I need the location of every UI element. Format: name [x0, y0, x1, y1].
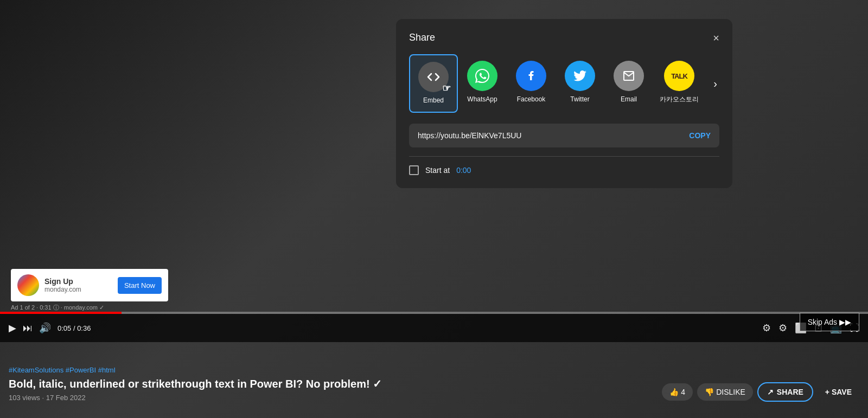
- settings-button[interactable]: ⚙: [778, 322, 787, 334]
- share-label: SHARE: [777, 388, 803, 396]
- share-item-whatsapp[interactable]: WhatsApp: [458, 54, 507, 111]
- share-url: https://youtu.be/ElNKVe7L5UU: [418, 131, 521, 140]
- ad-title: Sign Up: [44, 277, 112, 286]
- ad-footer: Ad 1 of 2 · 0:31 ⓘ · monday.com ✓: [11, 304, 104, 312]
- whatsapp-label: WhatsApp: [467, 95, 497, 104]
- share-button-bottom[interactable]: ↗ SHARE: [757, 382, 813, 402]
- like-button[interactable]: 👍 4: [662, 383, 693, 401]
- twitter-label: Twitter: [570, 95, 589, 104]
- share-icon: ↗: [767, 388, 774, 396]
- separator: ·: [42, 394, 46, 402]
- share-item-email[interactable]: Email: [604, 54, 653, 111]
- share-items-row: ☞ Embed WhatsApp Facebook: [409, 54, 719, 113]
- share-item-talk[interactable]: TALK 카카오스토리: [653, 54, 705, 111]
- ad-text: Sign Up monday.com: [44, 277, 112, 293]
- ad-start-now-button[interactable]: Start Now: [118, 277, 162, 294]
- embed-label: Embed: [423, 97, 444, 105]
- start-at-time: 0:00: [456, 166, 471, 175]
- cursor-hand: ☞: [442, 82, 451, 94]
- subtitles-button[interactable]: ⚙: [762, 322, 771, 334]
- upload-date: 17 Feb 2022: [46, 394, 86, 402]
- email-icon: [614, 61, 644, 91]
- dislike-label: DISLIKE: [716, 388, 745, 396]
- ad-subtitle: monday.com: [44, 286, 112, 293]
- facebook-label: Facebook: [517, 95, 546, 104]
- time-display: 0:05 / 0:36: [58, 324, 91, 332]
- like-count: 4: [681, 388, 685, 396]
- view-count: 103 views: [9, 394, 40, 402]
- close-button[interactable]: ×: [713, 33, 719, 43]
- thumb-up-icon: 👍: [669, 388, 679, 396]
- share-item-facebook[interactable]: Facebook: [507, 54, 556, 111]
- skip-button[interactable]: ⏭: [23, 323, 33, 334]
- start-at-label: Start at: [425, 166, 450, 175]
- facebook-icon: [516, 61, 546, 91]
- video-tags: #KiteamSolutions #PowerBI #html: [9, 366, 859, 374]
- twitter-icon: [565, 61, 595, 91]
- start-at-checkbox[interactable]: [409, 165, 419, 175]
- share-title: Share: [409, 32, 435, 43]
- start-at-row: Start at 0:00: [409, 165, 719, 175]
- volume-button[interactable]: 🔊: [39, 322, 51, 334]
- url-divider: [409, 156, 719, 157]
- video-controls: ▶ ⏭ 🔊 0:05 / 0:36 ⚙ ⚙ ⬜ ⊡ 📺 ⛶: [0, 314, 868, 342]
- email-label: Email: [621, 95, 637, 104]
- dislike-button[interactable]: 👎 DISLIKE: [697, 383, 753, 401]
- share-header: Share ×: [409, 32, 719, 43]
- bottom-actions: 👍 4 👎 DISLIKE ↗ SHARE + SAVE: [662, 382, 859, 402]
- share-dialog: Share × ☞ Embed WhatsApp: [396, 19, 732, 188]
- copy-button[interactable]: COPY: [689, 131, 711, 140]
- play-button[interactable]: ▶: [9, 322, 16, 334]
- talk-icon: TALK: [664, 61, 694, 91]
- share-item-embed[interactable]: ☞ Embed: [409, 54, 458, 113]
- skip-ads-label: Skip Ads ▶▶: [808, 318, 851, 326]
- share-item-twitter[interactable]: Twitter: [556, 54, 604, 111]
- scroll-right-button[interactable]: ›: [711, 75, 719, 92]
- ad-logo: [17, 274, 39, 296]
- talk-label: 카카오스토리: [660, 95, 699, 104]
- url-row: https://youtu.be/ElNKVe7L5UU COPY: [409, 124, 719, 147]
- thumb-down-icon: 👎: [705, 388, 714, 396]
- whatsapp-icon: [467, 61, 497, 91]
- ad-banner: Sign Up monday.com Start Now: [11, 269, 168, 301]
- save-button[interactable]: + SAVE: [818, 383, 859, 401]
- skip-ads-button[interactable]: Skip Ads ▶▶: [800, 313, 859, 331]
- embed-icon: ☞: [418, 62, 449, 92]
